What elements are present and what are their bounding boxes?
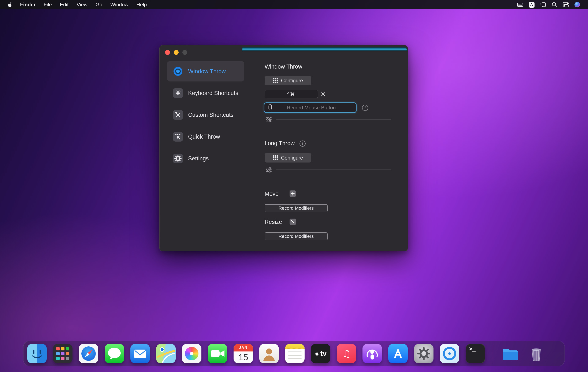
menu-help[interactable]: Help: [132, 0, 151, 9]
close-button[interactable]: [165, 50, 170, 55]
traffic-lights: [165, 50, 187, 55]
window-throw-configure-button[interactable]: Configure: [265, 76, 311, 85]
sidebar-item-quick-throw[interactable]: Quick Throw: [167, 127, 244, 147]
menu-bar-status-area: A: [517, 1, 583, 8]
dock-terminal-icon[interactable]: >_: [466, 344, 485, 363]
dock-launchpad-icon[interactable]: [53, 344, 73, 363]
dock-finder-icon[interactable]: [27, 344, 47, 363]
dock-window-manager-app-icon[interactable]: [440, 344, 459, 363]
long-throw-info-icon[interactable]: [300, 141, 306, 147]
sidebar-item-custom-shortcuts[interactable]: Custom Shortcuts: [167, 105, 244, 125]
long-throw-section-title: Long Throw: [265, 140, 295, 147]
calendar-month: JAN: [233, 344, 253, 351]
dock-maps-icon[interactable]: [156, 344, 176, 363]
dock-music-icon[interactable]: ♫: [337, 344, 356, 363]
menu-view[interactable]: View: [73, 0, 92, 9]
dock-notes-icon[interactable]: [285, 344, 304, 363]
dock-appstore-icon[interactable]: [388, 344, 408, 363]
resize-record-modifiers-button[interactable]: Record Modifiers: [265, 232, 328, 240]
divider: [276, 119, 391, 120]
dock-contacts-icon[interactable]: [259, 344, 279, 363]
menu-file[interactable]: File: [40, 0, 56, 9]
resize-label: Resize: [265, 219, 282, 225]
sidebar: Window Throw ⌘ Keyboard Shortcuts Custom…: [167, 61, 244, 169]
zoom-button[interactable]: [182, 50, 187, 55]
menu-bar: Finder File Edit View Go Window Help A: [0, 0, 588, 9]
apple-logo-icon: [7, 2, 13, 7]
keyboard-icon[interactable]: [517, 1, 523, 8]
app-window: Window Throw ⌘ Keyboard Shortcuts Custom…: [159, 45, 408, 252]
app-menu-finder[interactable]: Finder: [16, 0, 40, 9]
grid-icon: [273, 78, 278, 83]
move-label: Move: [265, 191, 279, 197]
control-center-icon[interactable]: [563, 1, 569, 8]
dock-mail-icon[interactable]: [130, 344, 150, 363]
dock-podcasts-icon[interactable]: [362, 344, 382, 363]
sliders-icon[interactable]: [265, 116, 272, 122]
dock-downloads-folder-icon[interactable]: [501, 344, 520, 363]
calendar-day: 15: [233, 351, 253, 363]
window-throw-section-title: Window Throw: [265, 64, 302, 70]
sidebar-item-label: Keyboard Shortcuts: [188, 90, 238, 97]
dock: JAN 15 tv ♫: [23, 341, 565, 366]
dock-photos-icon[interactable]: [182, 344, 201, 363]
info-icon[interactable]: [362, 105, 368, 111]
sidebar-item-label: Quick Throw: [188, 133, 220, 140]
apple-logo-icon: [315, 351, 319, 356]
settings-gear-icon: [173, 154, 183, 163]
apple-menu[interactable]: [5, 0, 16, 9]
sidebar-item-window-throw[interactable]: Window Throw: [167, 61, 244, 81]
sliders-icon[interactable]: [265, 166, 272, 173]
move-record-modifiers-button[interactable]: Record Modifiers: [265, 204, 328, 212]
keyboard-shortcuts-icon: ⌘: [173, 88, 183, 98]
sidebar-item-label: Custom Shortcuts: [188, 112, 233, 118]
custom-shortcuts-icon: [173, 110, 183, 120]
dock-facetime-icon[interactable]: [208, 344, 227, 363]
titlebar-decoration: [242, 47, 407, 51]
menu-bar-menus: Finder File Edit View Go Window Help: [5, 0, 151, 9]
stage-manager-icon[interactable]: [540, 1, 546, 8]
dock-trash-icon[interactable]: [526, 344, 546, 363]
divider: [276, 169, 391, 170]
record-mouse-placeholder: Record Mouse Button: [273, 105, 350, 111]
sidebar-item-label: Settings: [188, 155, 209, 162]
resize-icon: [290, 219, 296, 225]
clear-shortcut-icon[interactable]: [319, 90, 327, 98]
dock-system-settings-icon[interactable]: [414, 344, 433, 363]
menu-window[interactable]: Window: [106, 0, 132, 9]
dock-messages-icon[interactable]: [105, 344, 124, 363]
move-icon: [290, 190, 296, 197]
window-throw-shortcut-field[interactable]: ^⌘: [265, 90, 318, 98]
menu-go[interactable]: Go: [92, 0, 106, 9]
siri-icon[interactable]: [574, 1, 580, 8]
quick-throw-icon: [173, 132, 183, 142]
sidebar-item-label: Window Throw: [188, 68, 226, 75]
dock-separator: [493, 344, 493, 363]
minimize-button[interactable]: [174, 50, 178, 55]
dock-safari-icon[interactable]: [79, 344, 98, 363]
mouse-icon: [267, 104, 273, 111]
record-mouse-button-field[interactable]: Record Mouse Button: [264, 102, 357, 113]
menu-edit[interactable]: Edit: [56, 0, 73, 9]
dock-calendar-icon[interactable]: JAN 15: [233, 344, 253, 363]
sidebar-item-settings[interactable]: Settings: [167, 148, 244, 169]
input-source-icon[interactable]: A: [528, 1, 535, 8]
window-throw-icon: [173, 66, 183, 76]
grid-icon: [273, 155, 278, 160]
sidebar-item-keyboard-shortcuts[interactable]: ⌘ Keyboard Shortcuts: [167, 83, 244, 103]
spotlight-icon[interactable]: [551, 1, 557, 8]
long-throw-configure-button[interactable]: Configure: [265, 153, 311, 163]
dock-appletv-icon[interactable]: tv: [311, 344, 330, 363]
